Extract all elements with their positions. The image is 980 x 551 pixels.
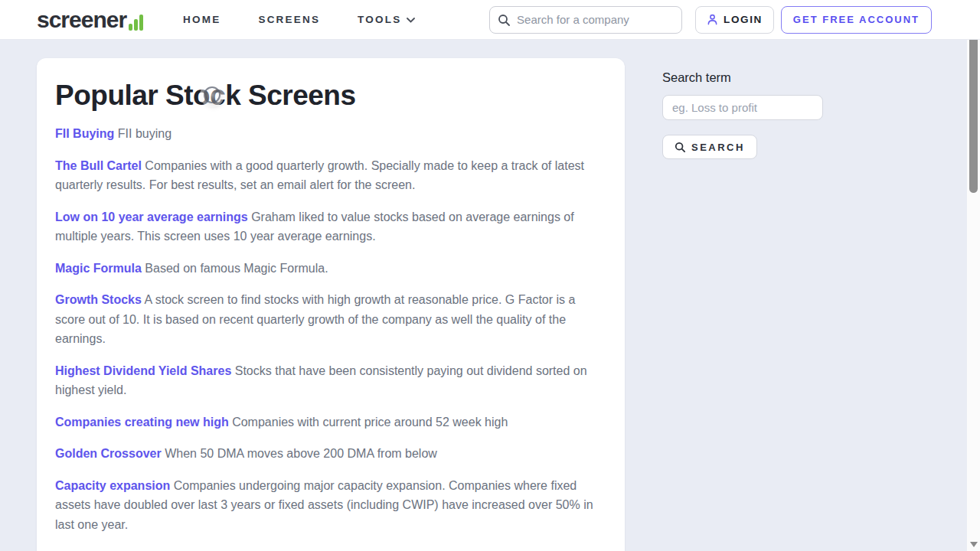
screen-link[interactable]: Golden Crossover	[55, 447, 162, 460]
page-title: Popular Stock Screens	[55, 80, 606, 112]
screen-list-item: Piotroski Scan Companies with Piotroski …	[55, 546, 606, 551]
screen-link[interactable]: Growth Stocks	[55, 293, 142, 306]
screen-list-item: Growth Stocks A stock screen to find sto…	[55, 290, 606, 349]
screen-list-item: Highest Dividend Yield Shares Stocks tha…	[55, 361, 606, 400]
vertical-scrollbar	[967, 0, 980, 551]
bar-chart-icon	[129, 15, 143, 31]
screens-list: FII Buying FII buying The Bull Cartel Co…	[55, 124, 606, 551]
screen-description: Companies with current price around 52 w…	[232, 416, 508, 429]
nav-screens[interactable]: SCREENS	[258, 14, 320, 25]
screen-link[interactable]: Highest Dividend Yield Shares	[55, 364, 231, 377]
user-icon	[707, 14, 718, 25]
search-button[interactable]: SEARCH	[662, 135, 757, 159]
logo[interactable]: screener	[37, 8, 143, 31]
screen-list-item: FII Buying FII buying	[55, 124, 606, 144]
screen-link[interactable]: Capacity expansion	[55, 479, 170, 492]
screen-link[interactable]: Magic Formula	[55, 262, 142, 275]
search-icon	[675, 142, 685, 152]
screen-link[interactable]: Low on 10 year average earnings	[55, 210, 248, 223]
logo-text: screener	[37, 8, 126, 31]
screen-list-item: The Bull Cartel Companies with a good qu…	[55, 156, 606, 195]
screen-list-item: Capacity expansion Companies undergoing …	[55, 476, 606, 535]
nav-tools[interactable]: TOOLS	[358, 14, 415, 25]
company-search-box	[489, 6, 682, 34]
screen-link[interactable]: FII Buying	[55, 127, 114, 140]
get-free-account-button[interactable]: GET FREE ACCOUNT	[781, 6, 932, 34]
screen-list-item: Golden Crossover When 50 DMA moves above…	[55, 444, 606, 464]
screen-description: Based on famous Magic Formula.	[145, 262, 328, 275]
search-icon	[498, 14, 510, 26]
search-term-input[interactable]	[662, 95, 823, 120]
search-term-panel: Search term SEARCH	[662, 70, 823, 159]
login-button[interactable]: LOGIN	[695, 6, 774, 34]
screen-link[interactable]: The Bull Cartel	[55, 159, 142, 172]
main-card: Popular Stock Screens FII Buying FII buy…	[37, 58, 625, 551]
main-nav: HOME SCREENS TOOLS	[183, 14, 415, 25]
nav-home[interactable]: HOME	[183, 14, 220, 25]
screen-description: When 50 DMA moves above 200 DMA from bel…	[165, 447, 437, 460]
screen-list-item: Companies creating new high Companies wi…	[55, 412, 606, 432]
screen-description: FII buying	[118, 127, 172, 140]
header: screener HOME SCREENS TOOLS LOGIN GET FR…	[0, 0, 980, 40]
screen-link[interactable]: Companies creating new high	[55, 416, 229, 429]
company-search-input[interactable]	[517, 13, 674, 26]
search-term-label: Search term	[662, 70, 823, 85]
screen-list-item: Low on 10 year average earnings Graham l…	[55, 207, 606, 246]
scroll-down-arrow-icon[interactable]	[970, 542, 978, 547]
screen-list-item: Magic Formula Based on famous Magic Form…	[55, 259, 606, 279]
chevron-down-icon	[407, 18, 415, 23]
